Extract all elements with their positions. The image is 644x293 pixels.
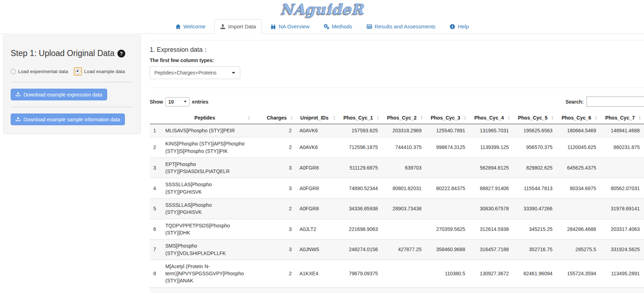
sort-icons: ▲▼ [638, 115, 641, 120]
table-cell: 956570.375 [513, 137, 557, 158]
table-cell: 562894.8125 [469, 157, 513, 178]
table-cell: 131965.7031 [469, 124, 513, 137]
section-title: 1. Expression data： [150, 45, 644, 54]
column-header-phos-cyc-7[interactable]: Phos_Cyc_7▲▼ [600, 112, 644, 124]
table-cell: 2 [253, 137, 296, 158]
download-icon [16, 92, 21, 98]
table-cell: 1120045.625 [557, 137, 600, 158]
table-cell: 80562.07031 [600, 178, 644, 199]
table-row: 3EPT[Phospho (STY)]PSIASDISLPIATQELR3A0F… [150, 157, 644, 178]
column-header-uniprot-ids[interactable]: Uniprot_IDs▲▼ [296, 112, 338, 124]
table-cell: A0JLT2 [296, 219, 338, 239]
radio-load-example-data[interactable]: Load example data [74, 67, 125, 76]
table-cell: 3 [253, 219, 296, 239]
tab-help[interactable]: Help [444, 19, 474, 34]
table-cell: 74890.52344 [338, 178, 382, 199]
column-types-label: The first few column types: [150, 57, 644, 63]
table-cell: A0FGR8 [296, 178, 338, 199]
table-cell: 34336.85938 [338, 199, 382, 219]
table-cell: 3 [253, 178, 296, 199]
table-cell: 130927.3672 [469, 260, 513, 287]
tab-methods[interactable]: Methods [318, 19, 358, 34]
sort-icons: ▲▼ [290, 115, 293, 120]
table-cell: 712596.1875 [338, 137, 382, 158]
column-header-phos-cyc-5[interactable]: Phos_Cyc_5▲▼ [513, 112, 557, 124]
sort-icons: ▲▼ [420, 115, 423, 120]
table-cell: 33390.47266 [513, 199, 557, 219]
table-cell: 639703 [382, 157, 426, 178]
table-cell: TQDPVPPETPSDS[Phospho (STY)]DHK [162, 219, 253, 239]
upload-data-panel: Step 1: Upload Original Data ? Load expe… [3, 35, 141, 134]
download-example-sample-info-button[interactable]: Download example sample information data [11, 114, 125, 125]
tab-results-assessments[interactable]: Results and Assessments [361, 19, 441, 34]
table-cell: 3 [253, 239, 296, 260]
nav-tabbar: Welcome Import Data NA Overview [0, 19, 644, 34]
table-cell: A0JNW5 [296, 239, 338, 260]
table-cell [426, 199, 469, 219]
radio-load-experimental-data[interactable]: Load experimental data [11, 69, 68, 74]
search-input[interactable] [587, 96, 644, 107]
table-cell: 358460.9688 [426, 239, 469, 260]
tab-na-overview[interactable]: NA Overview [265, 19, 315, 34]
tab-welcome[interactable]: Welcome [170, 19, 211, 34]
tab-label: Results and Assessments [375, 23, 436, 29]
table-cell: MLISAVS[Phospho (STY)]PEIR [162, 124, 253, 137]
sort-icons: ▲▼ [507, 115, 510, 120]
download-example-expression-button[interactable]: Download example expression data [11, 89, 107, 100]
page-length-select[interactable]: 10 [165, 97, 189, 106]
radio-label: Load experimental data [18, 69, 68, 74]
download-icon [16, 116, 21, 122]
table-cell: 2 [253, 124, 296, 137]
table-cell: 180664.5469 [557, 124, 600, 137]
cogs-icon [324, 24, 329, 29]
table-row: 5SSSSLLAS[Phospho (STY)]PGHISVK2A0FGR834… [150, 199, 644, 219]
column-header-phos-cyc-1[interactable]: Phos_Cyc_1▲▼ [338, 112, 382, 124]
table-cell: 80334.6875 [557, 178, 600, 199]
table-row-partial [150, 287, 644, 293]
naguider-app: NAguideR Welcome Import Data [0, 1, 644, 293]
tab-import-data[interactable]: Import Data [214, 19, 262, 34]
sort-icons: ▲▼ [551, 115, 554, 120]
table-cell: 285275.5 [557, 239, 600, 260]
button-label: Download example expression data [23, 92, 102, 98]
column-types-select[interactable]: Peptides+Charges+Proteins [150, 66, 240, 79]
table-cell [426, 157, 469, 178]
radio-icon [11, 69, 16, 74]
column-header-charges[interactable]: Charges▲▼ [253, 112, 296, 124]
table-cell: 345215.25 [513, 219, 557, 239]
home-icon [175, 24, 181, 29]
table-cell: 80801.82031 [382, 178, 426, 199]
button-label: Download example sample information data [23, 117, 120, 122]
app-header: NAguideR Welcome Import Data [0, 1, 644, 34]
table-cell: 511129.6875 [338, 157, 382, 178]
table-cell: 829802.625 [513, 157, 557, 178]
table-cell: 221698.9063 [338, 219, 382, 239]
column-header-phos-cyc-3[interactable]: Phos_Cyc_3▲▼ [426, 112, 469, 124]
page-length-control: Show 10 entries [150, 97, 208, 106]
column-header-phos-cyc-4[interactable]: Phos_Cyc_4▲▼ [469, 112, 513, 124]
table-cell: 860231.875 [600, 137, 644, 158]
table-row: 8M[Acetyl (Protein N-term)]NPVYSPGSSGVPY… [150, 260, 644, 287]
table-cell [150, 287, 644, 293]
show-label: Show [150, 99, 163, 105]
table-cell: 203317.4063 [600, 219, 644, 239]
select-value: Peptides+Charges+Proteins [154, 70, 216, 76]
radio-label: Load example data [84, 69, 125, 74]
column-header-phos-cyc-6[interactable]: Phos_Cyc_6▲▼ [557, 112, 600, 124]
column-header-peptides[interactable]: Peptides▲▼ [162, 112, 253, 124]
table-row: 6TQDPVPPETPSDS[Phospho (STY)]DHK3A0JLT22… [150, 219, 644, 239]
sort-icons: ▲▼ [248, 115, 251, 120]
table-cell: 331924.5625 [600, 239, 644, 260]
table-body: 1MLISAVS[Phospho (STY)]PEIR2A0AVK6157593… [150, 124, 644, 293]
table-cell: 28903.73438 [382, 199, 426, 219]
table-cell: 125540.7891 [426, 124, 469, 137]
table-search: Search: [566, 96, 644, 107]
upload-icon [220, 24, 226, 29]
table-cell: 744410.375 [382, 137, 426, 158]
tab-label: NA Overview [279, 23, 309, 29]
table-cell: 1 [150, 124, 162, 137]
column-header-phos-cyc-2[interactable]: Phos_Cyc_2▲▼ [382, 112, 426, 124]
question-circle-icon[interactable]: ? [117, 50, 125, 57]
sort-icons: ▲▼ [376, 115, 379, 120]
table-cell: A0FGR8 [296, 157, 338, 178]
